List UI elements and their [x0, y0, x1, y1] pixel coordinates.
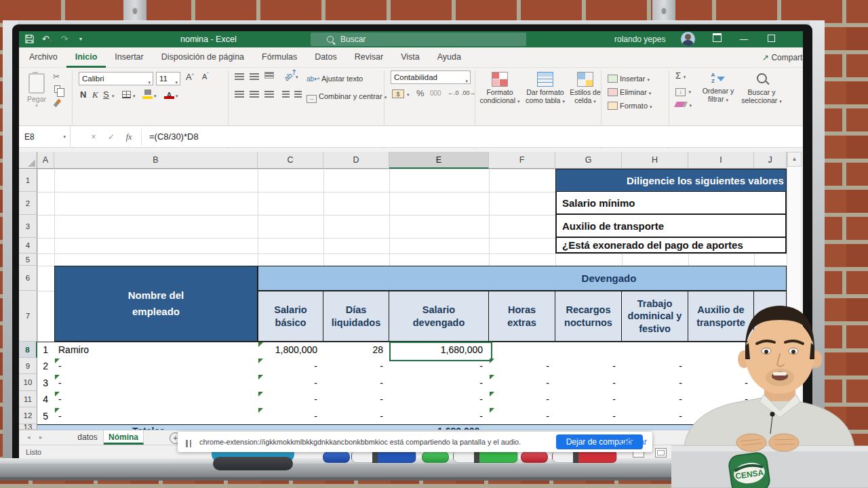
cell-D8[interactable]: 28 [323, 342, 390, 359]
error-flag-icon [55, 359, 60, 363]
row-header-7[interactable]: 7 [19, 291, 37, 342]
selected-cell-E8[interactable] [389, 342, 492, 361]
row-header-11[interactable]: 11 [19, 391, 37, 407]
cell-F10[interactable]: - [489, 374, 556, 392]
row-header-8[interactable]: 8 [19, 342, 37, 358]
cell-E11[interactable]: - [389, 391, 490, 408]
column-header-I[interactable]: I [688, 152, 754, 169]
presenter-face [738, 306, 822, 394]
info-value-cell[interactable] [753, 192, 787, 215]
cell-D9[interactable]: - [323, 358, 390, 375]
select-all-corner[interactable] [19, 152, 37, 169]
row-header-2[interactable]: 2 [19, 192, 37, 215]
cell-F11[interactable]: - [489, 391, 556, 408]
cell-D10[interactable]: - [323, 374, 390, 392]
cell-G11[interactable]: - [555, 391, 623, 408]
column-header-H[interactable]: H [622, 152, 688, 169]
info-table-title[interactable]: Diligencie los siguientes valores [555, 169, 787, 192]
cell-A11[interactable]: 4 [37, 391, 55, 408]
cell-G8[interactable] [555, 342, 623, 359]
row-header-12[interactable]: 12 [19, 407, 37, 424]
cell-B9[interactable]: - [54, 358, 258, 375]
devengado-band[interactable] [258, 266, 787, 291]
info-value-cell[interactable] [753, 215, 787, 238]
cell-F8[interactable] [489, 342, 556, 359]
scroll-up-icon[interactable]: ▲ [787, 152, 802, 167]
info-row-exonerado[interactable]: ¿Está exonerado del pago de aportes [555, 238, 754, 253]
cell-A12[interactable]: 5 [37, 407, 55, 425]
sheet-tab-datos[interactable]: datos [72, 430, 104, 445]
cell-B8[interactable]: Ramiro [54, 342, 258, 359]
sheet-nav-right-icon[interactable]: ▸ [39, 430, 43, 445]
header-recargos-nocturnos[interactable]: Recargos nocturnos [555, 291, 622, 342]
cell-D12[interactable]: - [323, 407, 390, 425]
row-header-13[interactable]: 13 [19, 424, 37, 430]
green-marker-cap [422, 451, 449, 463]
column-header-G[interactable]: G [555, 152, 622, 169]
devengado-label: Devengado [582, 272, 637, 284]
column-header-D[interactable]: D [323, 152, 389, 169]
error-flag-icon [258, 392, 263, 396]
row-header-5[interactable]: 5 [19, 253, 37, 266]
cell-A9[interactable]: 2 [37, 358, 55, 375]
row-header-9[interactable]: 9 [19, 358, 37, 374]
column-header-F[interactable]: F [489, 152, 555, 169]
header-salario-devengado[interactable]: Salario devengado [389, 291, 489, 342]
share-message: chrome-extension://igkkmokkmlbkkgdnkkanc… [199, 432, 521, 452]
column-header-C[interactable]: C [258, 152, 323, 169]
header-dias-liquidados[interactable]: Días liquidados [323, 291, 389, 342]
cell-E10[interactable]: - [389, 374, 490, 392]
page-layout-view-icon[interactable] [655, 448, 667, 458]
error-flag-icon [490, 392, 494, 396]
cell-D11[interactable]: - [323, 391, 390, 408]
cell-C11[interactable]: - [258, 391, 324, 408]
error-flag-icon [258, 342, 263, 347]
error-flag-icon [258, 408, 263, 413]
sheet-tab-nomina[interactable]: Nómina [104, 430, 144, 445]
cell-F12[interactable]: - [489, 407, 556, 425]
cell-C12[interactable]: - [258, 407, 324, 425]
cell-A8[interactable]: 1 [37, 342, 55, 359]
header-salario-basico[interactable]: Salario básico [258, 291, 323, 342]
screen-share-banner: chrome-extension://igkkmokkmlbkkgdnkkanc… [178, 432, 652, 452]
column-header-J[interactable]: J [754, 152, 787, 169]
row-header-3[interactable]: 3 [19, 215, 37, 238]
pause-share-icon[interactable] [186, 438, 193, 450]
cell-B11[interactable]: - [54, 391, 258, 408]
info-row-auxilio-transporte[interactable]: Auxilio de transporte [555, 215, 754, 238]
cell-C10[interactable]: - [258, 374, 324, 392]
status-mode: Listo [26, 448, 41, 456]
cell-C9[interactable]: - [258, 358, 324, 375]
error-flag-icon [490, 408, 494, 413]
cell-G12[interactable]: - [555, 407, 623, 425]
cell-G9[interactable]: - [555, 358, 623, 375]
screw-icon [132, 7, 138, 14]
error-flag-icon [55, 408, 60, 413]
column-header-A[interactable]: A [37, 152, 54, 169]
whiteboard-eraser-felt [213, 457, 293, 470]
cell-C8[interactable]: 1,800,000 [258, 342, 324, 359]
employee-name-header[interactable]: Nombre del empleado [54, 266, 258, 342]
row-header-1[interactable]: 1 [19, 169, 37, 192]
video-frame: ↶▾ ↷ ▾ nomina - Excel Buscar rolando yep… [0, 0, 868, 488]
header-horas-extras[interactable]: Horas extras [489, 291, 555, 342]
info-row-salario-minimo[interactable]: Salario mínimo [555, 192, 754, 215]
info-value-cell[interactable] [753, 238, 787, 253]
cell-F9[interactable]: - [489, 358, 556, 375]
cell-A10[interactable]: 3 [37, 374, 55, 392]
cell-B12[interactable]: - [54, 407, 258, 425]
row-header-6[interactable]: 6 [19, 266, 37, 291]
column-header-B[interactable]: B [54, 152, 258, 169]
hide-button[interactable]: Ocultar [620, 432, 647, 452]
row-header-10[interactable]: 10 [19, 374, 37, 391]
error-flag-icon [490, 375, 494, 380]
row-header-4[interactable]: 4 [19, 238, 37, 253]
cell-G10[interactable]: - [555, 374, 623, 392]
column-header-E[interactable]: E [389, 152, 489, 169]
cell-B10[interactable]: - [54, 374, 258, 392]
webcam-presenter: CENSA [671, 291, 868, 488]
error-flag-icon [258, 359, 263, 363]
cell-E12[interactable]: - [389, 407, 490, 425]
sheet-nav-left-icon[interactable]: ◂ [27, 430, 31, 445]
censa-logo-badge: CENSA [728, 451, 770, 488]
